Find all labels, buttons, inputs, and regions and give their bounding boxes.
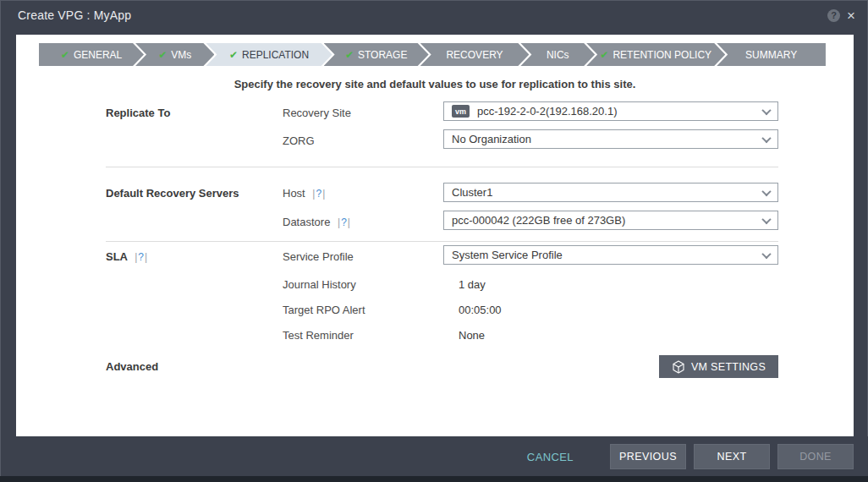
dialog-footer: CANCEL PREVIOUS NEXT DONE [1,436,868,477]
check-icon: ✔ [61,49,69,61]
datastore-label: Datastore |?| [283,216,350,228]
titlebar-icons: ? × [827,9,855,22]
replicate-to-section-label: Replicate To [106,107,170,119]
dialog-content: ✔ GENERAL ✔ VMs ✔ REPLICATION ✔ STORAGE … [16,35,854,436]
test-reminder-value: None [459,329,485,342]
sla-help-link[interactable]: |?| [135,251,147,263]
datastore-help-link[interactable]: |?| [338,216,350,228]
journal-history-value: 1 day [459,278,486,291]
cancel-button[interactable]: CANCEL [527,451,574,463]
chevron-down-icon [761,186,771,195]
step-recovery[interactable]: RECOVERY [420,43,530,66]
check-icon: ✔ [345,49,354,61]
step-replication[interactable]: ✔ REPLICATION [206,43,332,66]
cube-icon [672,360,685,374]
step-label: NICs [547,49,569,61]
host-select[interactable]: Cluster1 [443,183,778,202]
screen: Create VPG : MyApp ? × ✔ GENERAL ✔ VMs ✔ [0,0,868,482]
chevron-down-icon [761,133,771,142]
dialog-titlebar: Create VPG : MyApp ? × [1,1,867,30]
section-divider [106,167,778,167]
zorg-select[interactable]: No Organization [443,129,778,149]
step-label: REPLICATION [242,49,309,61]
step-label: RECOVERY [446,49,503,61]
check-icon: ✔ [600,49,608,61]
step-retention-policy[interactable]: ✔ RETENTION POLICY [586,43,725,66]
vm-settings-button[interactable]: VM SETTINGS [659,355,778,378]
wizard-steps: ✔ GENERAL ✔ VMs ✔ REPLICATION ✔ STORAGE … [39,43,826,66]
background-page [0,476,868,482]
test-reminder-label: Test Reminder [283,329,354,342]
default-recovery-servers-section-label: Default Recovery Servers [106,187,239,200]
vm-settings-label: VM SETTINGS [691,361,766,373]
dialog-title: Create VPG : MyApp [18,8,131,22]
close-icon[interactable]: × [847,9,855,22]
host-value: Cluster1 [452,186,492,199]
step-general[interactable]: ✔ GENERAL [39,43,144,66]
step-label: RETENTION POLICY [613,49,711,61]
vm-icon: vm [452,105,470,118]
next-button[interactable]: NEXT [694,444,770,469]
service-profile-label: Service Profile [283,250,354,263]
host-help-link[interactable]: |?| [312,188,325,200]
step-label: GENERAL [74,49,122,61]
section-divider [106,241,778,242]
recovery-site-label: Recovery Site [283,107,351,119]
done-button[interactable]: DONE [777,444,854,469]
step-description: Specify the recovery site and default va… [16,78,854,90]
host-label: Host |?| [283,187,325,200]
recovery-site-value: pcc-192-2-0-2(192.168.20.1) [477,105,618,118]
zorg-label: ZORG [283,134,315,147]
create-vpg-dialog: Create VPG : MyApp ? × ✔ GENERAL ✔ VMs ✔ [0,0,868,476]
step-label: STORAGE [358,49,407,61]
journal-history-label: Journal History [283,278,356,291]
check-icon: ✔ [158,49,167,61]
recovery-site-select[interactable]: vm pcc-192-2-0-2(192.168.20.1) [443,101,778,121]
help-icon[interactable]: ? [827,9,840,22]
zorg-value: No Organization [452,133,531,145]
chevron-down-icon [761,249,771,258]
chevron-down-icon [761,105,771,114]
previous-button[interactable]: PREVIOUS [610,444,686,469]
service-profile-select[interactable]: System Service Profile [443,245,778,265]
step-label: VMs [171,49,191,61]
step-storage[interactable]: ✔ STORAGE [324,43,429,66]
sla-section-label: SLA |?| [106,250,147,263]
step-label: SUMMARY [745,49,797,61]
step-vms[interactable]: ✔ VMs [135,43,214,66]
datastore-select[interactable]: pcc-000042 (222GB free of 273GB) [443,211,778,230]
datastore-value: pcc-000042 (222GB free of 273GB) [452,214,625,227]
chevron-down-icon [761,214,771,223]
service-profile-value: System Service Profile [452,249,563,261]
step-summary[interactable]: SUMMARY [717,43,826,66]
check-icon: ✔ [229,49,238,61]
advanced-section-label: Advanced [106,360,158,373]
step-nics[interactable]: NICs [520,43,595,66]
target-rpo-alert-value: 00:05:00 [459,304,502,316]
target-rpo-alert-label: Target RPO Alert [283,304,365,316]
